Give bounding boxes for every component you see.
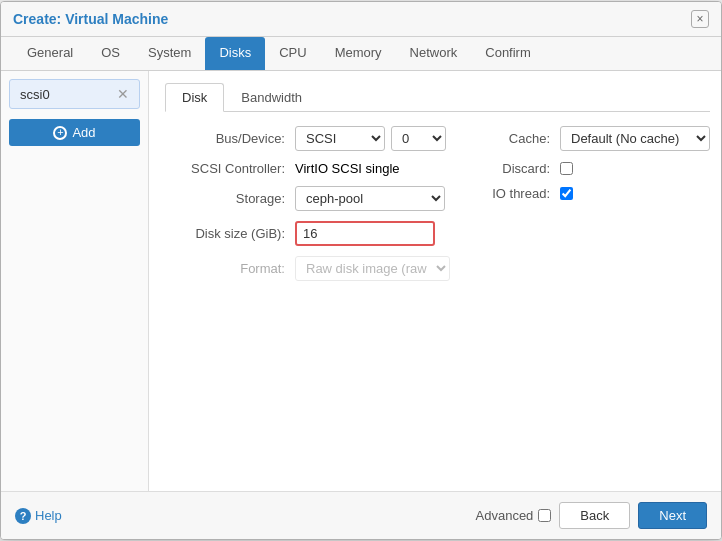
tab-os[interactable]: OS bbox=[87, 37, 134, 71]
help-button[interactable]: ? Help bbox=[15, 508, 62, 524]
device-select[interactable]: 0 bbox=[391, 126, 446, 151]
bus-device-label: Bus/Device: bbox=[165, 131, 295, 146]
io-thread-label: IO thread: bbox=[480, 186, 560, 201]
bus-device-controls: SCSI 0 bbox=[295, 126, 446, 151]
next-button[interactable]: Next bbox=[638, 502, 707, 529]
storage-row: Storage: ceph-pool bbox=[165, 186, 450, 211]
disk-size-input[interactable] bbox=[295, 221, 435, 246]
tab-bar: General OS System Disks CPU Memory Netwo… bbox=[1, 37, 721, 71]
tab-confirm[interactable]: Confirm bbox=[471, 37, 545, 71]
format-label: Format: bbox=[165, 261, 295, 276]
io-thread-checkbox-wrap bbox=[560, 187, 573, 200]
cache-row: Cache: Default (No cache) bbox=[480, 126, 710, 151]
right-form-col: Cache: Default (No cache) Discard: bbox=[480, 126, 710, 291]
left-form-col: Bus/Device: SCSI 0 SCSI Controller: bbox=[165, 126, 450, 291]
disk-item-label: scsi0 bbox=[20, 87, 50, 102]
disk-item-scsi0[interactable]: scsi0 ✕ bbox=[9, 79, 140, 109]
back-button[interactable]: Back bbox=[559, 502, 630, 529]
dialog-footer: ? Help Advanced Back Next bbox=[1, 491, 721, 539]
disk-size-label: Disk size (GiB): bbox=[165, 226, 295, 241]
cache-label: Cache: bbox=[480, 131, 560, 146]
format-select[interactable]: Raw disk image (raw) bbox=[295, 256, 450, 281]
scsi-controller-label: SCSI Controller: bbox=[165, 161, 295, 176]
add-disk-button[interactable]: + Add bbox=[9, 119, 140, 146]
bus-device-row: Bus/Device: SCSI 0 bbox=[165, 126, 450, 151]
main-panel: Disk Bandwidth Bus/Device: SCSI bbox=[149, 71, 722, 491]
tab-disks[interactable]: Disks bbox=[205, 37, 265, 70]
disk-sidebar: scsi0 ✕ + Add bbox=[1, 71, 149, 491]
advanced-checkbox[interactable] bbox=[538, 509, 551, 522]
dialog-title: Create: Virtual Machine bbox=[13, 11, 168, 27]
discard-label: Discard: bbox=[480, 161, 560, 176]
create-vm-dialog: Create: Virtual Machine × General OS Sys… bbox=[0, 1, 722, 540]
tab-cpu[interactable]: CPU bbox=[265, 37, 320, 71]
add-label: Add bbox=[72, 125, 95, 140]
discard-checkbox-wrap bbox=[560, 162, 573, 175]
storage-select[interactable]: ceph-pool bbox=[295, 186, 445, 211]
advanced-wrap: Advanced bbox=[476, 508, 552, 523]
sub-tab-bar: Disk Bandwidth bbox=[165, 83, 710, 112]
tab-general[interactable]: General bbox=[13, 37, 87, 71]
sub-tab-disk[interactable]: Disk bbox=[165, 83, 224, 112]
scsi-controller-value: VirtIO SCSI single bbox=[295, 161, 400, 176]
disk-size-row: Disk size (GiB): bbox=[165, 221, 450, 246]
storage-label: Storage: bbox=[165, 191, 295, 206]
io-thread-row: IO thread: bbox=[480, 186, 710, 201]
help-label: Help bbox=[35, 508, 62, 523]
format-row: Format: Raw disk image (raw) bbox=[165, 256, 450, 281]
tab-network[interactable]: Network bbox=[396, 37, 472, 71]
delete-disk-icon[interactable]: ✕ bbox=[117, 86, 129, 102]
title-bar: Create: Virtual Machine × bbox=[1, 2, 721, 37]
advanced-label: Advanced bbox=[476, 508, 534, 523]
tab-memory[interactable]: Memory bbox=[321, 37, 396, 71]
scsi-controller-row: SCSI Controller: VirtIO SCSI single bbox=[165, 161, 450, 176]
io-thread-checkbox[interactable] bbox=[560, 187, 573, 200]
sub-tab-bandwidth[interactable]: Bandwidth bbox=[224, 83, 319, 112]
footer-left: ? Help bbox=[15, 508, 62, 524]
help-icon: ? bbox=[15, 508, 31, 524]
disk-form: Bus/Device: SCSI 0 SCSI Controller: bbox=[165, 126, 710, 291]
cache-select[interactable]: Default (No cache) bbox=[560, 126, 710, 151]
discard-row: Discard: bbox=[480, 161, 710, 176]
discard-checkbox[interactable] bbox=[560, 162, 573, 175]
close-button[interactable]: × bbox=[691, 10, 709, 28]
content-area: scsi0 ✕ + Add Disk Bandwidth Bus/De bbox=[1, 71, 721, 491]
add-icon: + bbox=[53, 126, 67, 140]
bus-select[interactable]: SCSI bbox=[295, 126, 385, 151]
footer-right: Advanced Back Next bbox=[476, 502, 707, 529]
tab-system[interactable]: System bbox=[134, 37, 205, 71]
